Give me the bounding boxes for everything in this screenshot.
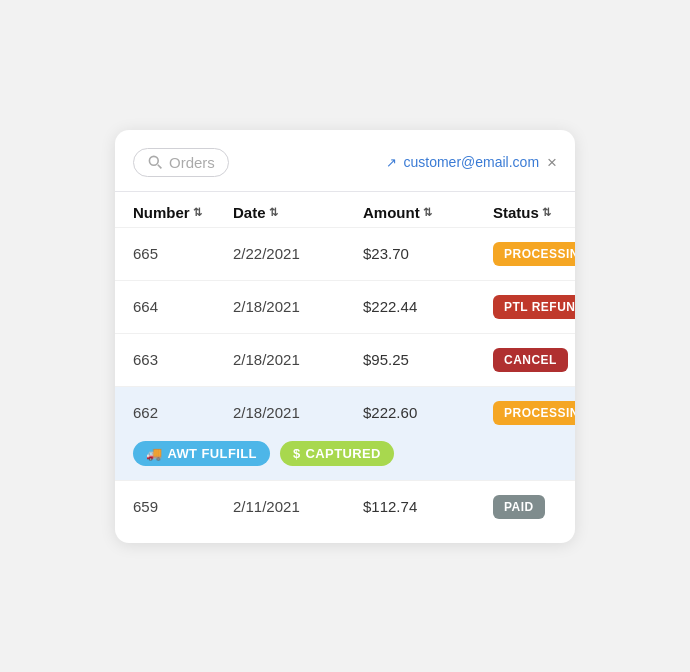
col-header-amount[interactable]: Amount ⇅	[363, 204, 493, 221]
table-header: Number ⇅ Date ⇅ Amount ⇅ Status ⇅	[115, 192, 575, 227]
cell-date: 2/18/2021	[233, 298, 363, 315]
cell-date: 2/22/2021	[233, 245, 363, 262]
email-text[interactable]: customer@email.com	[403, 154, 539, 170]
cell-status: PTL REFUND	[493, 295, 575, 319]
sort-icon-date: ⇅	[269, 206, 278, 219]
table-row[interactable]: 664 2/18/2021 $222.44 PTL REFUND	[115, 280, 575, 333]
status-badge[interactable]: CANCEL	[493, 348, 568, 372]
sub-badge[interactable]: $CAPTURED	[280, 441, 394, 466]
cell-amount: $95.25	[363, 351, 493, 368]
sub-badge-label: AWT FULFILL	[167, 446, 257, 461]
status-badge[interactable]: PROCESSING	[493, 242, 575, 266]
table-body: 665 2/22/2021 $23.70 PROCESSING 664 2/18…	[115, 227, 575, 533]
table-row[interactable]: 662 2/18/2021 $222.60 PROCESSING	[115, 386, 575, 439]
table-row[interactable]: 663 2/18/2021 $95.25 CANCEL	[115, 333, 575, 386]
cell-amount: $222.44	[363, 298, 493, 315]
cell-number: 665	[133, 245, 233, 262]
cell-status: PAID	[493, 495, 575, 519]
search-placeholder: Orders	[169, 154, 215, 171]
status-badge[interactable]: PROCESSING	[493, 401, 575, 425]
col-header-date[interactable]: Date ⇅	[233, 204, 363, 221]
table-row[interactable]: 659 2/11/2021 $112.74 PAID	[115, 480, 575, 533]
table-row[interactable]: 665 2/22/2021 $23.70 PROCESSING	[115, 227, 575, 280]
status-badge[interactable]: PTL REFUND	[493, 295, 575, 319]
cell-date: 2/11/2021	[233, 498, 363, 515]
sort-icon-status: ⇅	[542, 206, 551, 219]
col-header-status[interactable]: Status ⇅	[493, 204, 575, 221]
cell-amount: $222.60	[363, 404, 493, 421]
close-icon[interactable]: ×	[547, 154, 557, 171]
sub-badge-icon: 🚚	[146, 446, 162, 461]
cell-number: 662	[133, 404, 233, 421]
svg-point-0	[149, 156, 158, 165]
sort-icon-amount: ⇅	[423, 206, 432, 219]
cell-number: 664	[133, 298, 233, 315]
orders-card: Orders ↗ customer@email.com × Number ⇅ D…	[115, 130, 575, 543]
col-header-number[interactable]: Number ⇅	[133, 204, 233, 221]
svg-line-1	[158, 165, 162, 169]
search-icon	[147, 154, 163, 170]
status-badge[interactable]: PAID	[493, 495, 545, 519]
top-bar: Orders ↗ customer@email.com ×	[115, 148, 575, 191]
cell-amount: $112.74	[363, 498, 493, 515]
cell-date: 2/18/2021	[233, 404, 363, 421]
sub-badge-label: CAPTURED	[306, 446, 381, 461]
sub-badge[interactable]: 🚚AWT FULFILL	[133, 441, 270, 466]
cell-status: PROCESSING	[493, 242, 575, 266]
email-link-area[interactable]: ↗ customer@email.com ×	[386, 154, 557, 171]
sort-icon-number: ⇅	[193, 206, 202, 219]
sub-row: 🚚AWT FULFILL$CAPTURED	[115, 437, 575, 480]
cell-status: CANCEL	[493, 348, 575, 372]
external-link-icon: ↗	[386, 155, 397, 170]
search-box[interactable]: Orders	[133, 148, 229, 177]
sub-badge-icon: $	[293, 446, 301, 461]
cell-date: 2/18/2021	[233, 351, 363, 368]
cell-number: 663	[133, 351, 233, 368]
cell-status: PROCESSING	[493, 401, 575, 425]
cell-number: 659	[133, 498, 233, 515]
cell-amount: $23.70	[363, 245, 493, 262]
